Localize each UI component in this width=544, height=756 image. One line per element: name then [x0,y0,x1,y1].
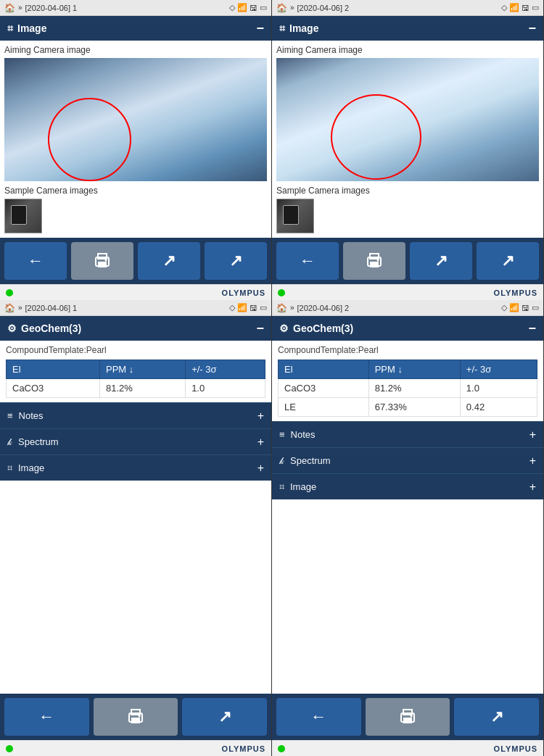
cell-sigma-0-left: 1.0 [186,379,265,398]
compound-label-right: CompoundTemplate:Pearl [278,345,537,355]
export-button-bottom-left[interactable]: ↗ [182,698,267,736]
session-label-geo-left: [2020-04-06] 1 [25,304,226,312]
sample-thumb-right [276,199,314,233]
notes-row-right[interactable]: ≡ Notes + [272,421,543,447]
geochem-label-left: GeoChem(3) [21,323,256,334]
spectrum-plus-left[interactable]: + [257,436,264,449]
status-bar-image-right: OLYMPUS [272,284,543,300]
topbar-geochem-right: 🏠 » [2020-04-06] 2 ◇ 📶 🖫 ▭ [272,300,543,316]
notes-plus-right[interactable]: + [529,428,536,441]
usb-icon: 🖫 [250,4,257,12]
image-collapse-btn-right[interactable]: − [528,21,536,36]
red-circle-right [331,94,421,180]
col-el-left: El [7,360,100,379]
olympus-logo-image-right: OLYMPUS [494,288,537,297]
print-button-bottom-left[interactable] [94,698,178,736]
back-button-top-left[interactable]: ← [4,242,67,280]
data-table-left: El PPM ↓ +/- 3σ CaCO3 81.2% 1.0 [6,360,265,398]
data-table-right: El PPM ↓ +/- 3σ CaCO3 81.2% 1.0 LE 67.33… [278,360,537,417]
image-row-right[interactable]: ⌗ Image + [272,473,543,499]
spacer-right [272,499,543,694]
gear-icon-right: ⚙ [279,323,289,334]
topbar-geochem-left: 🏠 » [2020-04-06] 1 ◇ 📶 🖫 ▭ [0,300,271,316]
panel-left: 🏠 » [2020-04-06] 1 ◇ 📶 🖫 ▭ ⌗ Image − Aim… [0,0,272,756]
export-button-bottom-right[interactable]: ↗ [454,698,539,736]
home-icon-right[interactable]: 🏠 [276,3,287,13]
image-section-header-right: ⌗ Image − [272,16,543,41]
spectrum-label-right: Spectrum [290,455,331,466]
cell-ppm-0-left: 81.2% [99,379,185,398]
cell-ppm-0-right: 81.2% [368,379,460,398]
aiming-camera-label-right: Aiming Camera image [276,45,539,55]
back-button-top-right[interactable]: ← [276,242,339,280]
image-content-left: Aiming Camera image Sample Camera images [0,41,271,238]
back-button-bottom-left[interactable]: ← [4,698,89,736]
green-dot-image-left [6,289,13,296]
image-sec-plus-left[interactable]: + [257,462,264,475]
topbar-image-right: 🏠 » [2020-04-06] 2 ◇ 📶 🖫 ▭ [272,0,543,16]
geochem-label-right: GeoChem(3) [293,323,528,334]
image-header-icon: ⌗ [7,22,13,35]
breadcrumb-arrows: » [18,4,22,12]
export-button2-top-right[interactable]: ↗ [477,242,539,280]
export-button1-top-right[interactable]: ↗ [410,242,472,280]
location-icon: ◇ [229,3,235,12]
svg-rect-9 [370,262,379,267]
aiming-camera-label-left: Aiming Camera image [4,45,267,55]
geochem-collapse-left[interactable]: − [256,321,264,336]
home-icon[interactable]: 🏠 [4,3,15,13]
home-icon-geo-left[interactable]: 🏠 [4,303,15,313]
session-label-geo-right: [2020-04-06] 2 [297,304,498,312]
cell-el-0-left: CaCO3 [7,379,100,398]
action-buttons-bottom-left: ← ↗ [0,694,271,740]
green-dot-bottom-right [278,745,285,752]
table-row: LE 67.33% 0.42 [279,398,537,417]
svg-point-15 [411,715,413,718]
spectrum-plus-right[interactable]: + [529,454,536,468]
image-collapse-btn[interactable]: − [256,21,264,36]
wifi-icon-geo: 📶 [237,303,247,312]
geochem-header-right: ⚙ GeoChem(3) − [272,316,543,341]
image-header-label: Image [17,22,256,34]
usb-icon-right: 🖫 [522,4,529,12]
cell-ppm-1-right: 67.33% [368,398,460,417]
col-el-right: El [279,360,369,379]
spectrum-row-left[interactable]: 𝓀 Spectrum + [0,428,271,454]
wifi-icon-right: 📶 [509,3,519,12]
notes-icon-right: ≡ [279,429,285,440]
geochem-collapse-right[interactable]: − [528,321,536,336]
col-ppm-left[interactable]: PPM ↓ [99,360,185,379]
home-icon-geo-right[interactable]: 🏠 [276,303,287,313]
image-content-right: Aiming Camera image Sample Camera images [272,41,543,238]
export-button1-top-left[interactable]: ↗ [138,242,200,280]
spectrum-row-right[interactable]: 𝓀 Spectrum + [272,447,543,473]
green-dot-bottom-left [6,745,13,752]
notes-row-left[interactable]: ≡ Notes + [0,402,271,428]
battery-icon: ▭ [260,3,267,12]
notes-plus-left[interactable]: + [257,410,264,423]
status-icons-geo-left: ◇ 📶 🖫 ▭ [229,303,267,312]
svg-rect-5 [131,718,140,723]
gear-icon-left: ⚙ [7,323,17,334]
back-button-bottom-right[interactable]: ← [276,698,361,736]
print-button-top-left[interactable] [71,242,133,280]
image-header-label-right: Image [289,22,528,34]
status-icons-geo-right: ◇ 📶 🖫 ▭ [501,303,539,312]
session-label-left: [2020-04-06] 1 [25,4,226,12]
usb-icon-geo-right: 🖫 [522,304,529,312]
action-buttons-top-right: ← ↗ ↗ [272,238,543,284]
topbar-image-left: 🏠 » [2020-04-06] 1 ◇ 📶 🖫 ▭ [0,0,271,16]
panel-right: 🏠 » [2020-04-06] 2 ◇ 📶 🖫 ▭ ⌗ Image − Aim… [272,0,544,756]
print-button-top-right[interactable] [343,242,405,280]
image-row-left[interactable]: ⌗ Image + [0,454,271,481]
geochem-header-left: ⚙ GeoChem(3) − [0,316,271,341]
print-button-bottom-right[interactable] [366,698,450,736]
svg-rect-13 [403,718,412,723]
image-sec-icon-left: ⌗ [7,462,12,474]
olympus-logo-image-left: OLYMPUS [222,288,265,297]
image-sec-plus-right[interactable]: + [529,481,536,494]
export-button2-top-left[interactable]: ↗ [205,242,267,280]
location-icon-geo-right: ◇ [501,303,507,312]
col-ppm-right[interactable]: PPM ↓ [368,360,460,379]
image-sec-label-right: Image [290,481,316,492]
